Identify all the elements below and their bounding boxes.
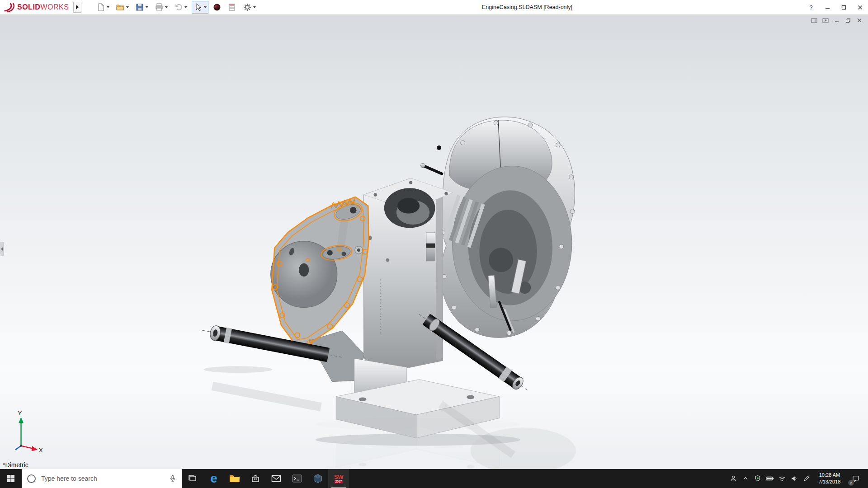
dropdown-caret-icon bbox=[253, 6, 256, 8]
taskbar: e bbox=[0, 469, 868, 488]
taskbar-app-command-prompt[interactable] bbox=[287, 469, 307, 488]
wifi-icon bbox=[778, 475, 786, 482]
open-button[interactable] bbox=[114, 1, 131, 14]
edrawings-hexagon-icon bbox=[313, 474, 323, 483]
tray-overflow-button[interactable] bbox=[739, 469, 751, 488]
shield-icon bbox=[754, 475, 761, 482]
solidworks-logo-text: SOLIDWORKS bbox=[17, 3, 69, 11]
doc-minimize-button[interactable] bbox=[833, 17, 840, 23]
network-button[interactable] bbox=[776, 469, 788, 488]
notification-badge: 2 bbox=[848, 480, 854, 486]
save-icon bbox=[135, 3, 144, 12]
dropdown-caret-icon bbox=[107, 6, 109, 8]
orientation-triad: Y X bbox=[15, 410, 42, 454]
battery-button[interactable] bbox=[764, 469, 776, 488]
clutch-housing[interactable] bbox=[421, 117, 575, 338]
windows-ink-button[interactable] bbox=[800, 469, 812, 488]
help-button[interactable]: ? bbox=[803, 0, 819, 14]
menu-flyout-button[interactable] bbox=[73, 2, 81, 13]
maximize-button[interactable] bbox=[835, 0, 852, 14]
doc-restore-icon bbox=[845, 18, 851, 23]
logo-text-bold: SOLID bbox=[17, 3, 40, 11]
search-input[interactable] bbox=[40, 474, 165, 483]
taskbar-app-file-explorer[interactable] bbox=[224, 469, 245, 488]
pane-split-icon bbox=[811, 18, 817, 23]
taskbar-app-edge[interactable]: e bbox=[203, 469, 224, 488]
windows-logo-icon bbox=[7, 474, 15, 483]
file-properties-icon bbox=[227, 3, 236, 12]
print-icon bbox=[155, 3, 164, 12]
flyout-arrow-icon bbox=[76, 5, 79, 9]
options-button[interactable] bbox=[241, 1, 258, 14]
store-icon bbox=[251, 474, 260, 483]
doc-restore-button[interactable] bbox=[844, 17, 851, 23]
shaft-shadow bbox=[204, 366, 273, 373]
window-controls: ? bbox=[803, 0, 868, 14]
taskbar-app-store[interactable] bbox=[245, 469, 266, 488]
volume-button[interactable] bbox=[788, 469, 800, 488]
start-button[interactable] bbox=[0, 469, 22, 488]
collapse-arrow-icon bbox=[1, 247, 3, 251]
battery-icon bbox=[766, 475, 774, 482]
select-cursor-icon bbox=[193, 3, 203, 12]
document-title: EngineCasing.SLDASM [Read-only] bbox=[482, 0, 572, 14]
taskbar-app-solidworks[interactable]: SW 2017 bbox=[328, 469, 349, 488]
taskbar-app-mail[interactable] bbox=[266, 469, 287, 488]
sw-letters: SW bbox=[334, 474, 343, 480]
print-button[interactable] bbox=[153, 1, 170, 14]
doc-minimize-icon bbox=[834, 18, 840, 23]
dropdown-caret-icon bbox=[165, 6, 168, 8]
solidworks-taskbar-icon: SW 2017 bbox=[334, 474, 343, 483]
undo-button[interactable] bbox=[172, 1, 189, 14]
pane-expand-icon bbox=[822, 18, 829, 23]
microphone-icon[interactable] bbox=[169, 474, 176, 483]
sw-year: 2017 bbox=[335, 480, 343, 483]
dropdown-caret-icon bbox=[184, 6, 187, 8]
doc-close-button[interactable] bbox=[856, 17, 863, 23]
pen-icon bbox=[803, 475, 810, 482]
edge-icon: e bbox=[210, 473, 217, 485]
cortana-icon bbox=[27, 474, 36, 483]
model-canvas[interactable]: Y X bbox=[0, 14, 868, 469]
system-tray: 10:28 AM 7/13/2018 2 bbox=[727, 469, 868, 488]
rebuild-button[interactable] bbox=[211, 1, 223, 14]
dropdown-caret-icon bbox=[146, 6, 148, 8]
clock-date: 7/13/2018 bbox=[812, 479, 847, 485]
taskbar-search[interactable] bbox=[22, 469, 182, 488]
minimize-button[interactable] bbox=[819, 0, 835, 14]
graphics-viewport[interactable]: Y X *Dimetric bbox=[0, 14, 868, 469]
security-button[interactable] bbox=[751, 469, 764, 488]
taskbar-app-edrawings[interactable] bbox=[307, 469, 328, 488]
open-folder-icon bbox=[116, 3, 125, 12]
solidworks-logo-icon bbox=[4, 2, 15, 12]
chevron-up-icon bbox=[742, 475, 749, 482]
speaker-icon bbox=[790, 475, 798, 482]
clock-time: 10:28 AM bbox=[812, 472, 847, 479]
file-properties-button[interactable] bbox=[226, 1, 238, 14]
pane-expand-button[interactable] bbox=[822, 17, 829, 23]
feature-manager-collapse-tab[interactable] bbox=[0, 242, 4, 256]
triad-x-label: X bbox=[39, 447, 43, 454]
people-button[interactable] bbox=[727, 469, 739, 488]
dropdown-caret-icon bbox=[204, 6, 207, 8]
action-center-button[interactable]: 2 bbox=[847, 469, 865, 488]
task-view-icon bbox=[188, 474, 197, 483]
maximize-icon bbox=[841, 5, 846, 10]
close-button[interactable] bbox=[852, 0, 868, 14]
doc-close-icon bbox=[857, 18, 862, 23]
command-prompt-icon bbox=[292, 474, 302, 483]
rebuild-icon bbox=[213, 3, 221, 11]
save-button[interactable] bbox=[133, 1, 150, 14]
dropdown-caret-icon bbox=[126, 6, 129, 8]
undo-icon bbox=[174, 3, 183, 12]
logo-text-light: WORKS bbox=[40, 3, 69, 11]
triad-y-label: Y bbox=[18, 410, 22, 417]
task-view-button[interactable] bbox=[182, 469, 203, 488]
person-icon bbox=[729, 474, 737, 483]
new-document-button[interactable] bbox=[94, 1, 111, 14]
close-icon bbox=[858, 5, 863, 10]
select-tool-button[interactable] bbox=[192, 1, 208, 14]
tray-clock[interactable]: 10:28 AM 7/13/2018 bbox=[812, 472, 847, 485]
pane-split-button[interactable] bbox=[811, 17, 817, 23]
solidworks-logo: SOLIDWORKS bbox=[0, 0, 73, 14]
